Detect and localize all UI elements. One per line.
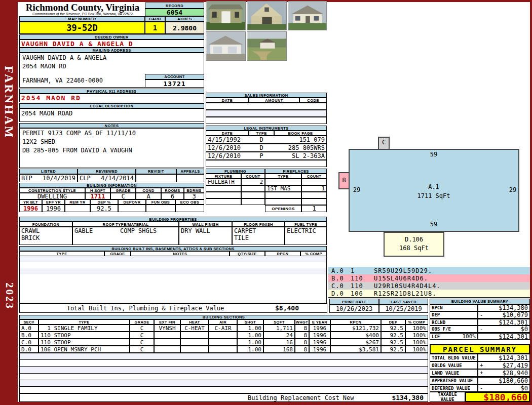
- parcel-row: DEFERRED VALUE - $0: [430, 384, 530, 392]
- rooms-label: ROOMS: [161, 188, 184, 193]
- floor-finish-label: FLOOR FINISH: [232, 222, 285, 227]
- bs-sqft: 1,711: [263, 325, 295, 332]
- legend-vector: U15SL4U6R4D6.: [374, 275, 428, 282]
- bs-whgt: 8: [295, 332, 309, 339]
- fireplace-count: [301, 179, 327, 185]
- funobs-label: FUN OBS: [146, 199, 175, 205]
- bvs-value-cell: $124,301: [478, 333, 530, 340]
- legend-code: C.0: [328, 282, 351, 290]
- ecoobs-value: [175, 205, 204, 212]
- parcel-name: APPRAISED VALUE: [430, 377, 478, 384]
- mailing-line-1: VAUGHN DAVID A & ANGELA: [22, 54, 106, 61]
- acres-label: ACRES: [165, 16, 204, 22]
- depovr-label: DEPOVR: [118, 199, 146, 205]
- bs-grade: C: [130, 332, 154, 339]
- legend-factor: 1: [351, 267, 374, 274]
- foundation-label: FOUNDATION: [19, 222, 72, 227]
- county-title: Richmond County, Virginia: [20, 2, 145, 13]
- fireplace-count-label: COUNT: [301, 174, 327, 179]
- bs-h-whgt: WHGT: [295, 319, 309, 325]
- building-section-row: A.0 1 SINGLE FAMILY C VYNSH C-HEAT C-AIR…: [19, 325, 428, 332]
- taxable-label: TAXABLE VALUE: [430, 392, 465, 402]
- bs-whgt: 8: [295, 325, 309, 332]
- legend-code: D.0: [328, 290, 351, 297]
- sketch-b-label: B: [342, 177, 346, 184]
- dep-value: 92.5: [90, 205, 118, 212]
- fixture-value: [206, 192, 241, 198]
- bs-air: [209, 339, 237, 346]
- appeals-value: [176, 174, 204, 182]
- roof-type: GABLE: [74, 227, 120, 234]
- bvs-value: $124,301: [499, 319, 528, 326]
- legend-vector: R12SR21D8L21U8.: [374, 290, 436, 297]
- legend-factor: 106: [351, 290, 374, 297]
- sketch-dim-top: 59: [424, 151, 444, 158]
- floor-line2: TILE: [234, 234, 249, 241]
- effyr-label: EFF YR: [42, 199, 65, 205]
- building-section-row: D.0 106 OPEN MSNRY PCH C 1.00 168 8 1996…: [19, 346, 428, 353]
- grade-value: C: [110, 193, 136, 199]
- property-photo-3[interactable]: [288, 1, 327, 30]
- bs-sec: C.0: [19, 339, 39, 346]
- sales-date-label: DATE: [206, 98, 249, 103]
- legal-instruments-label: LEGAL INSTRUMENTS: [206, 126, 327, 131]
- legal-instrument-row: 4/15/1992 D 151 079: [206, 136, 327, 144]
- parcel-row: TOTAL BLDG VALUE $124,301: [430, 354, 530, 361]
- bvs-value: $134,380: [499, 304, 528, 311]
- li-date: 12/6/2010: [206, 144, 249, 152]
- sales-empty-row: [206, 117, 327, 124]
- li-book-label: BOOK PAGE: [274, 131, 327, 136]
- reviewed-label: REVIEWED: [78, 169, 136, 174]
- rooms-value: 6: [161, 193, 184, 199]
- legend-code: B.0: [328, 275, 351, 282]
- li-date: 12/6/2010: [206, 152, 249, 160]
- sales-empty-row: [206, 103, 327, 110]
- bs-rpcn: $267: [330, 339, 381, 346]
- fireplace-count: [301, 198, 327, 205]
- parcel-sign: +: [480, 362, 483, 369]
- funobs-value: [146, 205, 175, 212]
- fireplace-count: [301, 192, 327, 198]
- parcel-name: DEFERRED VALUE: [430, 384, 478, 392]
- legend-vector: U29R10SU4R4D4L4.: [374, 282, 441, 290]
- hsqft-label: H SQFT: [85, 188, 110, 193]
- builtins-rpcn-label: RPCN: [265, 251, 300, 256]
- taxable-label-line1: TAXABLE: [438, 392, 457, 397]
- bs-air: [209, 346, 237, 353]
- builtins-notes-label: NOTES: [131, 251, 230, 256]
- building-section-row: C.0 110 STOOP C 1.00 16 8 1996 $267 92.5…: [19, 339, 428, 346]
- parcel-summary-label: PARCEL SUMMARY: [430, 344, 530, 354]
- parcel-value-cell: + $27,419: [478, 361, 530, 369]
- bs-eyear: 1996: [309, 325, 330, 332]
- reviewed-by: CLP: [80, 175, 91, 182]
- builtins-qty-label: QTY/SIZE: [230, 251, 265, 256]
- appeals-label: APPEALS: [176, 169, 204, 174]
- bs-h-sec: SEC#: [19, 319, 39, 325]
- bs-comp: 100%: [405, 346, 428, 353]
- sketch-section-d: D.106 168 SqFt: [384, 232, 444, 257]
- property-photo-2[interactable]: [247, 1, 287, 30]
- roof-label: ROOF TYPE/MATERIAL: [72, 222, 179, 227]
- parcel-value: $28,940: [502, 370, 528, 377]
- building-section-row: B.0 110 STOOP C 1.00 24 8 1996 $400 92.5…: [19, 332, 428, 339]
- property-photo-1[interactable]: [206, 1, 246, 30]
- notes-line-3: DB 285-805 FROM DAVID A VAUGHN: [22, 147, 132, 154]
- sketch-d-code: D.106: [385, 236, 443, 243]
- parcel-sign: -: [480, 385, 483, 391]
- building-properties-label: BUILDING PROPERTIES: [19, 217, 327, 222]
- sales-code-label: CODE: [299, 98, 327, 103]
- legend-code: A.0: [328, 267, 351, 274]
- legend-row-b: B.0 110 U15SL4U6R4D6.: [328, 274, 530, 282]
- fixture-value: FULLBATH: [206, 179, 241, 185]
- bs-h-extfin: EXT FIN: [154, 319, 180, 325]
- builtins-total-value: $8,400: [275, 304, 299, 312]
- fixture-value: [206, 198, 241, 205]
- cond-label: COND: [136, 188, 161, 193]
- bvs-row: RPCN $134,380: [430, 304, 530, 311]
- property-photo-5[interactable]: [247, 31, 287, 61]
- deeded-owner-value: VAUGHN DAVID A & ANGELA D: [19, 39, 204, 48]
- parcel-name: LAND VALUE: [430, 369, 478, 377]
- bvs-name: RPCN: [430, 304, 478, 311]
- property-photo-4[interactable]: [206, 31, 246, 61]
- bs-sec: A.0: [19, 325, 39, 332]
